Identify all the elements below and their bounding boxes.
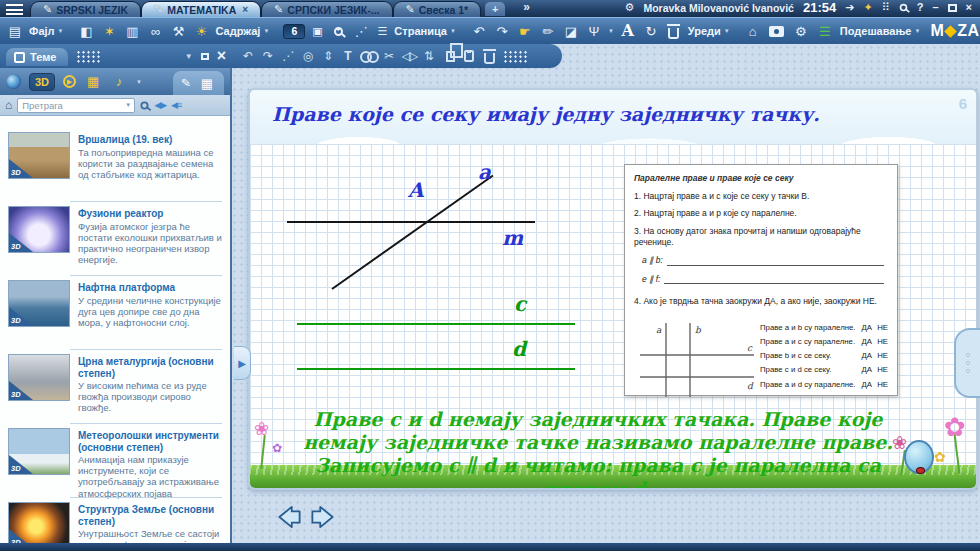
sidebar-expand-handle[interactable]: ▶ bbox=[234, 346, 251, 380]
tools-icon[interactable]: ⚒ bbox=[170, 21, 188, 41]
answer-ne[interactable]: НЕ bbox=[872, 380, 888, 390]
tab-matematika-active[interactable]: ✎ MATEMATIKA × bbox=[141, 1, 261, 17]
binoculars-icon[interactable]: ∞ bbox=[147, 21, 165, 41]
answer-da[interactable]: ДА bbox=[856, 337, 872, 347]
worksheet-panel[interactable]: Паралелне праве и праве које се секу 1. … bbox=[624, 164, 898, 396]
list-item[interactable]: 3D Црна металургија (основни степен) У в… bbox=[0, 350, 230, 424]
minimize-button[interactable]: – bbox=[932, 2, 938, 13]
zoom-icon[interactable] bbox=[334, 27, 343, 36]
settings-gear-icon[interactable]: ⚙ bbox=[792, 21, 810, 41]
path-tool-icon[interactable]: ⋰ bbox=[352, 21, 370, 41]
search-icon[interactable] bbox=[141, 101, 149, 109]
video-filter-icon[interactable]: ▶ bbox=[63, 75, 76, 88]
hand-pointer-icon[interactable]: ☛ bbox=[516, 21, 534, 41]
text-baseline-icon[interactable]: T bbox=[340, 46, 356, 66]
segment-tool-icon[interactable]: ⋰ bbox=[280, 46, 296, 66]
new-page-icon[interactable]: ▣ bbox=[310, 21, 324, 41]
answer-ne[interactable]: НЕ bbox=[872, 351, 888, 361]
text-tool-icon[interactable]: A bbox=[619, 21, 637, 41]
answer-ne[interactable]: НЕ bbox=[872, 365, 888, 375]
paste-icon[interactable] bbox=[464, 50, 474, 62]
search-input[interactable]: Претрага ▼ bbox=[17, 98, 135, 113]
homework-icon[interactable]: ⌂ bbox=[744, 21, 762, 41]
next-page-button[interactable] bbox=[309, 503, 336, 531]
layers-icon[interactable]: ☰ bbox=[816, 21, 834, 41]
rocket-icon[interactable]: ➔ bbox=[845, 2, 854, 13]
search-icon[interactable] bbox=[899, 4, 907, 12]
drag-handle-dots[interactable] bbox=[503, 50, 529, 63]
copy-icon[interactable] bbox=[446, 51, 455, 62]
idea-bulb-icon[interactable]: ☀ bbox=[193, 21, 211, 41]
file-menu[interactable]: Фајл ▼ bbox=[29, 25, 64, 37]
edit-menu[interactable]: Уреди ▼ bbox=[688, 25, 730, 37]
apps-grid-icon[interactable]: ⠿ bbox=[882, 2, 890, 13]
puzzle-icon[interactable]: ✦ bbox=[863, 2, 872, 13]
resize-arrows-icon[interactable]: ◀▶ bbox=[154, 100, 166, 110]
flip-horizontal-icon[interactable]: ◁▷ bbox=[401, 46, 417, 66]
close-button[interactable]: × bbox=[966, 2, 972, 13]
restore-button[interactable] bbox=[948, 4, 957, 12]
answer-da[interactable]: ДА bbox=[856, 323, 872, 333]
gallery-icon[interactable]: ▦ bbox=[198, 73, 216, 93]
education-icon[interactable]: ✶ bbox=[101, 21, 119, 41]
globe-icon[interactable] bbox=[6, 74, 21, 89]
chevron-down-icon[interactable]: ▼ bbox=[136, 79, 142, 85]
tab-close-icon[interactable]: × bbox=[242, 4, 248, 15]
chevron-down-icon[interactable]: ▼ bbox=[608, 28, 614, 34]
list-item[interactable]: 3D Нафтна платформа У средини челичне ко… bbox=[0, 276, 230, 350]
pen-holder-icon[interactable]: Ψ bbox=[585, 21, 603, 41]
filter-3d-button[interactable]: 3D bbox=[29, 73, 55, 91]
answer-da[interactable]: ДА bbox=[856, 380, 872, 390]
pen-icon[interactable]: ✏ bbox=[539, 21, 557, 41]
tab-overflow-icon[interactable]: » bbox=[523, 0, 530, 14]
tab-sveska[interactable]: ✎ Свеска 1* bbox=[393, 1, 482, 17]
target-icon[interactable]: ◎ bbox=[300, 46, 316, 66]
page-number-box[interactable]: 6 bbox=[283, 24, 305, 39]
tab-srpski-jezik[interactable]: ✎ SRPSKI JEZIK bbox=[30, 1, 141, 17]
help-icon[interactable]: ? bbox=[917, 2, 924, 13]
trash-icon[interactable] bbox=[668, 28, 679, 39]
flip-vertical-icon[interactable]: ⇅ bbox=[421, 46, 437, 66]
themes-tab[interactable]: Теме bbox=[6, 48, 68, 66]
redo-icon[interactable]: ↷ bbox=[260, 46, 276, 66]
link-icon[interactable] bbox=[360, 51, 377, 61]
eraser-icon[interactable]: ◪ bbox=[562, 21, 580, 41]
gear-icon[interactable]: ⚙ bbox=[625, 2, 635, 13]
redo-icon[interactable]: ↷ bbox=[493, 21, 511, 41]
new-tab-button[interactable]: + bbox=[485, 2, 505, 16]
trash-icon[interactable] bbox=[484, 53, 495, 64]
right-panel-handle[interactable] bbox=[954, 328, 980, 398]
home-icon[interactable]: ⌂ bbox=[5, 98, 12, 112]
collapse-panel-icon[interactable]: ▼ bbox=[185, 52, 193, 61]
hamburger-menu-icon[interactable] bbox=[6, 4, 23, 15]
list-item[interactable]: 3D Фузиони реактор Фузија атомског језгр… bbox=[0, 202, 230, 276]
contents-menu[interactable]: Садржај ▼ bbox=[216, 25, 270, 37]
image-filter-icon[interactable]: ▦ bbox=[84, 72, 102, 92]
collapse-list-icon[interactable]: ◀≡ bbox=[171, 100, 181, 110]
page-menu[interactable]: Страница ▼ bbox=[394, 25, 456, 37]
prev-page-button[interactable] bbox=[276, 503, 303, 531]
answer-da[interactable]: ДА bbox=[856, 351, 872, 361]
undock-panel-icon[interactable] bbox=[201, 53, 209, 60]
rotate-icon[interactable]: ↻ bbox=[642, 21, 660, 41]
list-item[interactable]: 3D Вршалица (19. век) Та пољопривредна м… bbox=[0, 128, 230, 202]
answer-da[interactable]: ДА bbox=[856, 365, 872, 375]
pin-icon[interactable]: ✏ bbox=[178, 74, 195, 91]
close-panel-icon[interactable]: × bbox=[217, 47, 226, 65]
camera-icon[interactable] bbox=[769, 26, 784, 37]
settings-menu[interactable]: Подешавање ▼ bbox=[840, 25, 921, 37]
answer-line[interactable] bbox=[667, 257, 884, 266]
answer-ne[interactable]: НЕ bbox=[872, 323, 888, 333]
3d-models-icon[interactable]: ◧ bbox=[78, 21, 96, 41]
cut-icon[interactable]: ✂ bbox=[381, 46, 397, 66]
audio-filter-icon[interactable]: ♪ bbox=[110, 72, 128, 92]
arrange-updown-icon[interactable]: ⇕ bbox=[320, 46, 336, 66]
list-item[interactable]: 3D Структура Земље (основни степен) Унут… bbox=[0, 498, 230, 543]
undo-icon[interactable]: ↶ bbox=[470, 21, 488, 41]
book-icon[interactable]: ▤ bbox=[6, 21, 24, 41]
answer-line[interactable] bbox=[664, 275, 884, 284]
list-item[interactable]: 3D Метеоролошки инструменти (основни сте… bbox=[0, 424, 230, 498]
page-list-icon[interactable]: ☰ bbox=[375, 21, 389, 41]
undo-icon[interactable]: ↶ bbox=[240, 46, 256, 66]
tab-srpski-jezik-2[interactable]: ✎ СРПСКИ ЈЕЗИК-... bbox=[261, 1, 392, 17]
